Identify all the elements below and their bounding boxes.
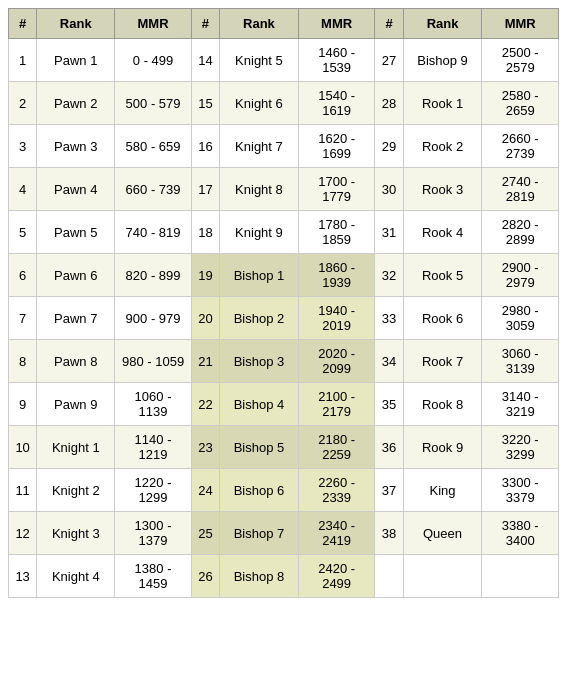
cell-num-1: 2 [9,82,37,125]
table-row: 13Knight 41380 - 145926Bishop 82420 - 24… [9,555,559,598]
cell-rank-1: Knight 1 [37,426,115,469]
table-row: 1Pawn 10 - 49914Knight 51460 - 153927Bis… [9,39,559,82]
cell-mmr-3: 2900 - 2979 [482,254,559,297]
table-row: 10Knight 11140 - 121923Bishop 52180 - 22… [9,426,559,469]
cell-mmr-2: 1860 - 1939 [298,254,375,297]
cell-mmr-2: 1620 - 1699 [298,125,375,168]
cell-num-1: 11 [9,469,37,512]
cell-mmr-1: 0 - 499 [115,39,192,82]
cell-rank-2: Bishop 7 [220,512,299,555]
cell-num-3: 32 [375,254,403,297]
cell-mmr-1: 1300 - 1379 [115,512,192,555]
cell-num-3: 30 [375,168,403,211]
table-row: 9Pawn 91060 - 113922Bishop 42100 - 21793… [9,383,559,426]
table-row: 7Pawn 7900 - 97920Bishop 21940 - 201933R… [9,297,559,340]
cell-mmr-1: 500 - 579 [115,82,192,125]
cell-rank-1: Pawn 2 [37,82,115,125]
cell-rank-3: Rook 8 [403,383,482,426]
col-header-1-mmr: MMR [115,9,192,39]
col-header-2-mmr: MMR [298,9,375,39]
cell-num-3: 34 [375,340,403,383]
cell-mmr-1: 900 - 979 [115,297,192,340]
cell-num-3: 33 [375,297,403,340]
cell-rank-1: Pawn 7 [37,297,115,340]
cell-num-1: 4 [9,168,37,211]
cell-num-1: 6 [9,254,37,297]
col-header-3-hash: # [375,9,403,39]
cell-num-1: 8 [9,340,37,383]
col-header-1-rank: Rank [37,9,115,39]
cell-rank-1: Pawn 9 [37,383,115,426]
cell-mmr-2: 2260 - 2339 [298,469,375,512]
cell-mmr-2: 2180 - 2259 [298,426,375,469]
cell-num-3: 31 [375,211,403,254]
cell-rank-1: Pawn 5 [37,211,115,254]
cell-num-2: 25 [191,512,219,555]
cell-rank-2: Bishop 6 [220,469,299,512]
cell-rank-1: Knight 2 [37,469,115,512]
cell-mmr-1: 660 - 739 [115,168,192,211]
cell-rank-3 [403,555,482,598]
cell-mmr-2: 2100 - 2179 [298,383,375,426]
cell-num-1: 10 [9,426,37,469]
cell-rank-3: Rook 7 [403,340,482,383]
cell-mmr-1: 1060 - 1139 [115,383,192,426]
cell-num-2: 20 [191,297,219,340]
cell-rank-2: Knight 7 [220,125,299,168]
table-row: 11Knight 21220 - 129924Bishop 62260 - 23… [9,469,559,512]
cell-mmr-1: 1380 - 1459 [115,555,192,598]
cell-mmr-3: 2580 - 2659 [482,82,559,125]
cell-num-2: 15 [191,82,219,125]
cell-num-1: 5 [9,211,37,254]
table-row: 12Knight 31300 - 137925Bishop 72340 - 24… [9,512,559,555]
cell-mmr-3: 2820 - 2899 [482,211,559,254]
cell-num-3: 37 [375,469,403,512]
cell-rank-3: Bishop 9 [403,39,482,82]
cell-num-2: 19 [191,254,219,297]
header-row: # Rank MMR # Rank MMR # Rank MMR [9,9,559,39]
cell-mmr-3: 3140 - 3219 [482,383,559,426]
table-row: 8Pawn 8980 - 105921Bishop 32020 - 209934… [9,340,559,383]
cell-num-3: 28 [375,82,403,125]
table-row: 5Pawn 5740 - 81918Knight 91780 - 185931R… [9,211,559,254]
cell-num-1: 13 [9,555,37,598]
cell-rank-1: Pawn 1 [37,39,115,82]
cell-rank-2: Knight 8 [220,168,299,211]
cell-num-1: 9 [9,383,37,426]
cell-rank-3: Rook 6 [403,297,482,340]
cell-num-2: 16 [191,125,219,168]
cell-num-1: 3 [9,125,37,168]
cell-num-2: 23 [191,426,219,469]
cell-mmr-1: 980 - 1059 [115,340,192,383]
cell-mmr-2: 2340 - 2419 [298,512,375,555]
col-header-3-mmr: MMR [482,9,559,39]
cell-num-1: 1 [9,39,37,82]
cell-rank-3: King [403,469,482,512]
cell-mmr-2: 1460 - 1539 [298,39,375,82]
table-row: 3Pawn 3580 - 65916Knight 71620 - 169929R… [9,125,559,168]
cell-rank-2: Knight 9 [220,211,299,254]
cell-num-3: 36 [375,426,403,469]
cell-mmr-1: 1140 - 1219 [115,426,192,469]
cell-rank-1: Pawn 6 [37,254,115,297]
cell-rank-1: Knight 4 [37,555,115,598]
cell-num-2: 14 [191,39,219,82]
cell-num-2: 26 [191,555,219,598]
cell-rank-3: Rook 1 [403,82,482,125]
cell-rank-3: Rook 2 [403,125,482,168]
cell-rank-2: Bishop 5 [220,426,299,469]
cell-rank-3: Rook 9 [403,426,482,469]
table-row: 2Pawn 2500 - 57915Knight 61540 - 161928R… [9,82,559,125]
cell-mmr-3: 3380 - 3400 [482,512,559,555]
cell-num-1: 12 [9,512,37,555]
cell-rank-3: Rook 5 [403,254,482,297]
cell-rank-1: Pawn 3 [37,125,115,168]
cell-mmr-2: 2420 - 2499 [298,555,375,598]
cell-num-3 [375,555,403,598]
cell-num-2: 17 [191,168,219,211]
cell-num-2: 18 [191,211,219,254]
rank-table-wrapper: # Rank MMR # Rank MMR # Rank MMR 1Pawn 1… [0,0,567,606]
cell-mmr-3: 3300 - 3379 [482,469,559,512]
cell-mmr-2: 1940 - 2019 [298,297,375,340]
cell-mmr-3 [482,555,559,598]
